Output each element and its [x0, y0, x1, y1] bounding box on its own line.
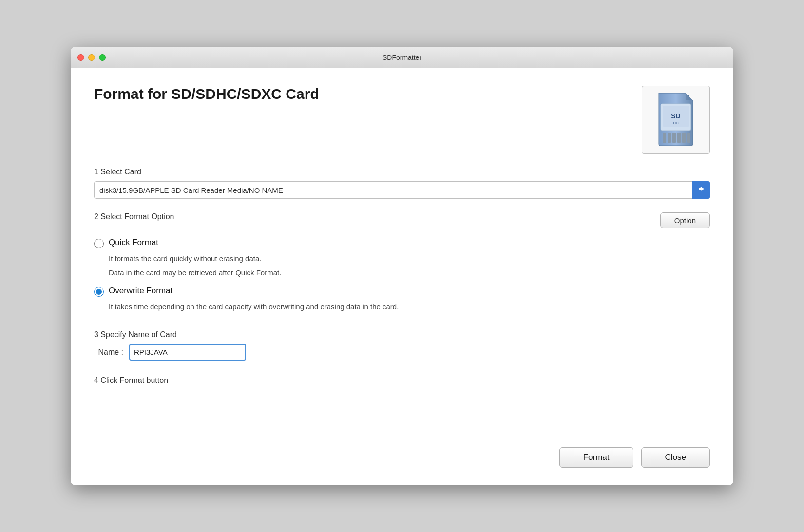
svg-text:HC: HC	[673, 121, 679, 125]
traffic-lights	[77, 54, 106, 61]
minimize-window-button[interactable]	[88, 54, 95, 61]
app-window: SDFormatter Format for SD/SDHC/SDXC Card	[71, 47, 733, 485]
step2-label: 2 Select Format Option	[94, 212, 174, 221]
page-title: Format for SD/SDHC/SDXC Card	[94, 86, 319, 102]
main-content: Format for SD/SDHC/SDXC Card	[71, 68, 733, 485]
card-select[interactable]: disk3/15.9GB/APPLE SD Card Reader Media/…	[94, 181, 710, 199]
overwrite-format-option: Overwrite Format	[94, 286, 710, 297]
sd-card-image: SD HC	[642, 86, 710, 154]
overwrite-format-label[interactable]: Overwrite Format	[109, 286, 172, 296]
card-select-row: disk3/15.9GB/APPLE SD Card Reader Media/…	[94, 181, 710, 199]
quick-format-radio[interactable]	[94, 239, 104, 248]
svg-rect-9	[687, 133, 690, 143]
overwrite-format-radio[interactable]	[94, 287, 104, 297]
quick-format-desc2: Data in the card may be retrieved after …	[109, 267, 710, 279]
step1-label: 1 Select Card	[94, 168, 710, 176]
header-row: Format for SD/SDHC/SDXC Card	[94, 86, 710, 154]
svg-rect-7	[677, 133, 681, 143]
name-input-row: Name :	[94, 344, 710, 361]
svg-rect-5	[668, 133, 671, 143]
format-option-header-row: 2 Select Format Option Option	[94, 212, 710, 228]
svg-rect-4	[663, 133, 666, 143]
card-name-input[interactable]	[129, 344, 246, 361]
title-bar: SDFormatter	[71, 47, 733, 68]
format-options: Quick Format It formats the card quickly…	[94, 238, 710, 313]
svg-text:SD: SD	[671, 112, 680, 120]
step4-label: 4 Click Format button	[94, 376, 710, 385]
zoom-window-button[interactable]	[99, 54, 106, 61]
overwrite-format-desc: It takes time depending on the card capa…	[109, 302, 710, 313]
step2-section: 2 Select Format Option Option Quick Form…	[94, 212, 710, 324]
close-window-button[interactable]	[77, 54, 84, 61]
step3-label: 3 Specify Name of Card	[94, 330, 710, 339]
name-label: Name :	[94, 348, 123, 357]
close-button[interactable]: Close	[641, 447, 710, 468]
bottom-buttons: Format Close	[94, 428, 710, 468]
step1-section: 1 Select Card disk3/15.9GB/APPLE SD Card…	[94, 168, 710, 212]
step3-section: 3 Specify Name of Card Name :	[94, 330, 710, 361]
option-button[interactable]: Option	[660, 212, 710, 228]
sd-card-icon: SD HC	[654, 93, 698, 147]
quick-format-option: Quick Format	[94, 238, 710, 248]
card-select-wrapper: disk3/15.9GB/APPLE SD Card Reader Media/…	[94, 181, 710, 199]
svg-rect-8	[682, 133, 686, 143]
svg-rect-6	[672, 133, 676, 143]
quick-format-label[interactable]: Quick Format	[109, 238, 158, 247]
quick-format-desc1: It formats the card quickly without eras…	[109, 253, 710, 265]
window-title: SDFormatter	[383, 54, 421, 61]
format-button[interactable]: Format	[559, 447, 633, 468]
